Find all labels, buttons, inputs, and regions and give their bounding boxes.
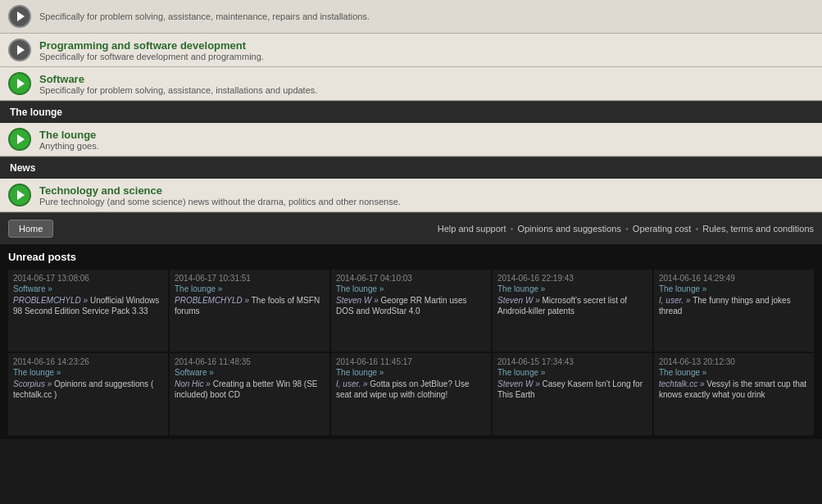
post-category-8: The lounge »: [497, 368, 647, 377]
unread-post-9[interactable]: 2014-06-13 20:12:30 The lounge » techtal…: [654, 353, 814, 435]
footer-nav: Home Help and support • Opinions and sug…: [0, 212, 822, 244]
unread-content: Unread posts 2014-06-17 13:08:06 Softwar…: [0, 244, 822, 439]
post-author-7: I, user. »: [336, 379, 368, 388]
software-title: Software: [39, 73, 317, 85]
unread-post-0[interactable]: 2014-06-17 13:08:06 Software » PROBLEMCH…: [8, 270, 168, 352]
forum-text-prog-dev: Programming and software development Spe…: [39, 39, 264, 61]
post-date-4: 2014-06-16 14:29:49: [659, 274, 809, 283]
prog-dev-title: Programming and software development: [39, 39, 264, 52]
post-author-1: PROBLEMCHYLD »: [175, 296, 249, 305]
forum-row-prog-dev[interactable]: Programming and software development Spe…: [0, 34, 822, 67]
unread-title: Unread posts: [8, 248, 814, 266]
forum-icon-prog-dev: [8, 39, 31, 61]
unread-post-7[interactable]: 2014-06-16 11:45:17 The lounge » I, user…: [331, 353, 491, 435]
post-category-9: The lounge »: [659, 368, 809, 377]
unread-post-1[interactable]: 2014-06-17 10:31:51 The lounge » PROBLEM…: [170, 270, 329, 352]
post-category-6: Software »: [175, 368, 325, 377]
post-date-5: 2014-06-16 14:23:26: [13, 357, 163, 366]
post-title-9: techtalk.cc » Vessyl is the smart cup th…: [659, 379, 806, 399]
forum-text-hw-help: Specifically for problem solving, assist…: [39, 11, 370, 21]
post-category-2: The lounge »: [336, 284, 486, 293]
lounge-category-header: The lounge: [0, 101, 822, 123]
post-title-0: PROBLEMCHYLD » Unofficial Windows 98 Sec…: [13, 296, 159, 316]
post-category-4: The lounge »: [659, 284, 809, 293]
forum-row-software[interactable]: Software Specifically for problem solvin…: [0, 67, 822, 101]
forum-text-tech-science: Technology and science Pure technology (…: [39, 184, 401, 207]
lounge-title: The lounge: [39, 129, 99, 141]
lounge-desc: Anything goes.: [39, 141, 99, 151]
dot-3: •: [695, 224, 698, 234]
unread-post-5[interactable]: 2014-06-16 14:23:26 The lounge » Scorpiu…: [8, 353, 168, 435]
post-date-7: 2014-06-16 11:45:17: [336, 357, 486, 366]
post-title-5: Scorpius » Opinions and suggestions ( te…: [13, 379, 153, 399]
post-author-4: I, user. »: [659, 296, 691, 305]
rules-link[interactable]: Rules, terms and conditions: [702, 224, 814, 234]
forum-icon-software: [8, 72, 31, 95]
footer-links: Help and support • Opinions and suggesti…: [438, 224, 814, 234]
unread-post-3[interactable]: 2014-06-16 22:19:43 The lounge » Steven …: [493, 270, 652, 352]
home-button[interactable]: Home: [8, 220, 53, 238]
forum-icon-lounge: [8, 128, 31, 151]
forum-icon-hw-help: [8, 5, 31, 28]
unread-post-8[interactable]: 2014-06-15 17:34:43 The lounge » Steven …: [493, 353, 652, 435]
post-category-1: The lounge »: [175, 284, 325, 293]
help-support-link[interactable]: Help and support: [438, 224, 506, 234]
forum-top-section: Specifically for problem solving, assist…: [0, 0, 822, 212]
post-title-1: PROBLEMCHYLD » The fools of MSFN forums: [175, 296, 320, 316]
forum-icon-tech-science: [8, 184, 31, 207]
post-category-5: The lounge »: [13, 368, 163, 377]
post-date-2: 2014-06-17 04:10:03: [336, 274, 486, 283]
post-author-9: techtalk.cc »: [659, 379, 705, 388]
forum-row-hw-help[interactable]: Specifically for problem solving, assist…: [0, 0, 822, 34]
post-title-4: I, user. » The funny things and jokes th…: [659, 296, 791, 316]
post-title-2: Steven W » George RR Martin uses DOS and…: [336, 296, 467, 316]
post-date-1: 2014-06-17 10:31:51: [175, 274, 325, 283]
post-author-2: Steven W »: [336, 296, 379, 305]
news-category-header: News: [0, 157, 822, 179]
unread-post-2[interactable]: 2014-06-17 04:10:03 The lounge » Steven …: [331, 270, 491, 352]
prog-dev-desc: Specifically for software development an…: [39, 52, 264, 61]
forum-text-software: Software Specifically for problem solvin…: [39, 73, 317, 95]
post-category-0: Software »: [13, 284, 163, 293]
tech-science-title: Technology and science: [39, 184, 401, 197]
unread-grid: 2014-06-17 13:08:06 Software » PROBLEMCH…: [8, 270, 814, 435]
post-date-3: 2014-06-16 22:19:43: [497, 274, 647, 283]
post-date-6: 2014-06-16 11:48:35: [175, 357, 325, 366]
post-category-3: The lounge »: [497, 284, 647, 293]
tech-science-desc: Pure technology (and some science) news …: [39, 197, 401, 207]
unread-post-4[interactable]: 2014-06-16 14:29:49 The lounge » I, user…: [654, 270, 814, 352]
forum-row-tech-science[interactable]: Technology and science Pure technology (…: [0, 179, 822, 212]
forum-row-lounge[interactable]: The lounge Anything goes.: [0, 123, 822, 157]
post-title-6: Non Hic » Creating a better Win 98 (SE i…: [175, 379, 318, 399]
forum-text-lounge: The lounge Anything goes.: [39, 129, 99, 151]
post-author-0: PROBLEMCHYLD »: [13, 296, 88, 305]
opinions-link[interactable]: Opinions and suggestions: [517, 224, 621, 234]
post-author-8: Steven W »: [497, 379, 540, 388]
hw-help-desc: Specifically for problem solving, assist…: [39, 11, 370, 21]
post-date-8: 2014-06-15 17:34:43: [497, 357, 647, 366]
software-desc: Specifically for problem solving, assist…: [39, 85, 317, 95]
post-date-9: 2014-06-13 20:12:30: [659, 357, 809, 366]
unread-post-6[interactable]: 2014-06-16 11:48:35 Software » Non Hic »…: [170, 353, 329, 435]
post-category-7: The lounge »: [336, 368, 486, 377]
unread-posts-section: Unread posts 2014-06-17 13:08:06 Softwar…: [0, 244, 822, 439]
post-title-7: I, user. » Gotta piss on JetBlue? Use se…: [336, 379, 470, 399]
post-author-6: Non Hic »: [175, 379, 211, 388]
post-date-0: 2014-06-17 13:08:06: [13, 274, 163, 283]
post-title-8: Steven W » Casey Kasem Isn't Long for Th…: [497, 379, 643, 399]
operating-cost-link[interactable]: Operating cost: [633, 224, 692, 234]
post-author-5: Scorpius »: [13, 379, 52, 388]
post-author-3: Steven W »: [497, 296, 540, 305]
post-title-3: Steven W » Microsoft's secret list of An…: [497, 296, 627, 316]
dot-1: •: [511, 224, 514, 234]
dot-2: •: [625, 224, 629, 234]
